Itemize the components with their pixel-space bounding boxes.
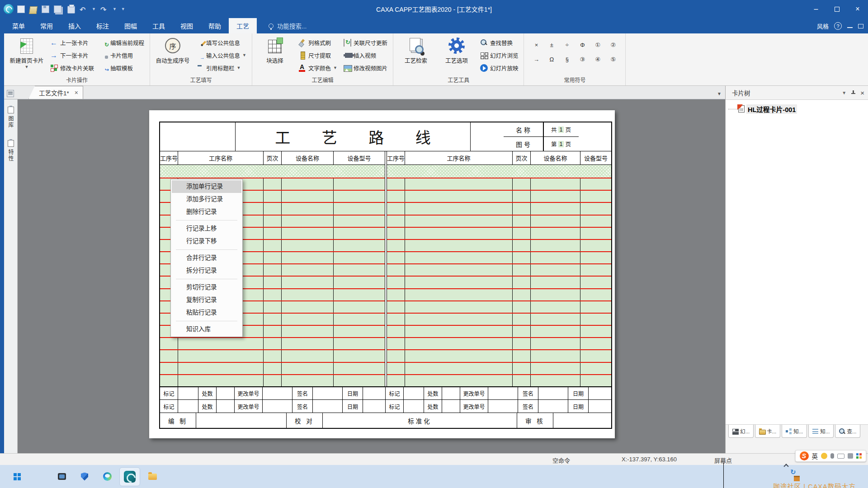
table-cell[interactable]: [387, 338, 405, 349]
ribbon-button-上一张卡片[interactable]: 上一张卡片: [48, 36, 96, 49]
table-cell[interactable]: [580, 191, 611, 202]
table-cell[interactable]: [282, 216, 334, 227]
revision-cell[interactable]: [263, 387, 292, 399]
table-cell[interactable]: [264, 191, 282, 202]
table-row[interactable]: [387, 227, 611, 239]
tray-expand-icon[interactable]: [783, 464, 788, 469]
symbol-button-±[interactable]: ±: [545, 39, 558, 51]
ribbon-restore-icon[interactable]: [858, 24, 863, 28]
table-row[interactable]: [387, 239, 611, 251]
table-cell[interactable]: [282, 289, 334, 300]
table-cell[interactable]: [334, 350, 385, 361]
table-row[interactable]: [387, 202, 611, 214]
maximize-button[interactable]: [826, 0, 847, 18]
revision-cell[interactable]: [442, 400, 460, 413]
panel-tab-2[interactable]: 卡...: [755, 425, 780, 438]
table-cell[interactable]: [580, 178, 611, 190]
ribbon-button-自动生成序号[interactable]: 自动生成序号: [154, 35, 192, 65]
table-cell[interactable]: [264, 350, 282, 361]
table-cell[interactable]: [387, 252, 405, 263]
ime-grid-icon[interactable]: [856, 453, 862, 459]
ribbon-button-查找替换[interactable]: 查找替换: [478, 36, 520, 49]
table-cell[interactable]: [580, 240, 611, 251]
ribbon-button-尺寸提取[interactable]: 尺寸提取: [297, 49, 339, 61]
table-cell[interactable]: [531, 264, 580, 276]
table-cell[interactable]: [513, 301, 531, 313]
table-cell[interactable]: [178, 363, 264, 374]
table-cell[interactable]: [387, 216, 405, 227]
menu-tab-插入[interactable]: 插入: [61, 18, 89, 33]
table-cell[interactable]: [513, 264, 531, 276]
side-tab-特性[interactable]: 特性: [7, 140, 14, 162]
taskbar-item-start[interactable]: [6, 467, 27, 486]
revision-cell[interactable]: [313, 400, 343, 413]
table-cell[interactable]: [264, 314, 282, 325]
table-cell[interactable]: [334, 289, 385, 300]
revision-cell[interactable]: [589, 400, 611, 413]
revision-cell[interactable]: [313, 387, 343, 399]
table-cell[interactable]: [405, 216, 513, 227]
table-cell[interactable]: [531, 338, 580, 349]
dropdown-icon[interactable]: ▼: [25, 65, 29, 69]
table-row[interactable]: [387, 178, 611, 190]
table-cell[interactable]: [531, 363, 580, 374]
table-cell[interactable]: [405, 240, 513, 251]
symbol-button-Ω[interactable]: Ω: [545, 53, 558, 65]
taskbar-item-edge[interactable]: [97, 467, 118, 486]
side-tab-图库[interactable]: 图库: [7, 107, 14, 128]
customize-toolbar-icon[interactable]: ▼: [121, 7, 125, 11]
table-cell[interactable]: [405, 338, 513, 349]
revision-cell[interactable]: [178, 387, 198, 399]
table-cell[interactable]: [580, 277, 611, 288]
close-button[interactable]: ×: [847, 0, 868, 18]
table-cell[interactable]: [334, 326, 385, 337]
table-row[interactable]: [160, 349, 385, 361]
panel-tab-3[interactable]: 知...: [782, 425, 807, 438]
redo-icon[interactable]: [100, 5, 108, 13]
card-corner-cell[interactable]: [160, 122, 236, 151]
style-button[interactable]: 风格: [817, 22, 829, 30]
table-cell[interactable]: [334, 264, 385, 276]
table-cell[interactable]: [264, 264, 282, 276]
table-cell[interactable]: [387, 363, 405, 374]
revision-cell[interactable]: [538, 400, 568, 413]
table-row[interactable]: [387, 190, 611, 202]
table-cell[interactable]: [531, 350, 580, 361]
table-cell[interactable]: [282, 350, 334, 361]
table-cell[interactable]: [334, 314, 385, 325]
revision-cell[interactable]: [363, 387, 386, 399]
table-cell[interactable]: [387, 228, 405, 239]
revision-cell[interactable]: [538, 387, 568, 399]
toolbox-icon[interactable]: [848, 453, 853, 459]
revision-cell[interactable]: [178, 400, 198, 413]
table-cell[interactable]: [580, 326, 611, 337]
table-cell[interactable]: [513, 314, 531, 325]
table-cell[interactable]: [334, 191, 385, 202]
table-row[interactable]: [387, 349, 611, 361]
table-cell[interactable]: [387, 314, 405, 325]
table-cell[interactable]: [264, 240, 282, 251]
table-cell[interactable]: [387, 350, 405, 361]
table-cell[interactable]: [334, 240, 385, 251]
table-cell[interactable]: [282, 240, 334, 251]
table-cell[interactable]: [513, 375, 531, 386]
table-row[interactable]: [160, 362, 385, 374]
table-cell[interactable]: [580, 350, 611, 361]
redo-dropdown-icon[interactable]: ▼: [113, 7, 117, 11]
table-cell[interactable]: [531, 326, 580, 337]
symbol-button-÷[interactable]: ÷: [560, 39, 574, 51]
table-cell[interactable]: [334, 178, 385, 190]
context-menu-item-行记录上移[interactable]: 行记录上移: [172, 222, 241, 235]
table-cell[interactable]: [334, 363, 385, 374]
table-row[interactable]: [387, 263, 611, 276]
ime-logo-icon[interactable]: S: [800, 451, 809, 460]
table-row[interactable]: [387, 313, 611, 325]
keyboard-icon[interactable]: [837, 454, 844, 459]
table-cell[interactable]: [264, 228, 282, 239]
menu-tab-标注[interactable]: 标注: [89, 18, 117, 33]
table-row[interactable]: [387, 215, 611, 227]
table-cell[interactable]: [282, 203, 334, 214]
table-cell[interactable]: [264, 252, 282, 263]
ribbon-button-插入视频[interactable]: 插入视频: [342, 49, 389, 61]
new-doc-icon[interactable]: [17, 5, 25, 13]
